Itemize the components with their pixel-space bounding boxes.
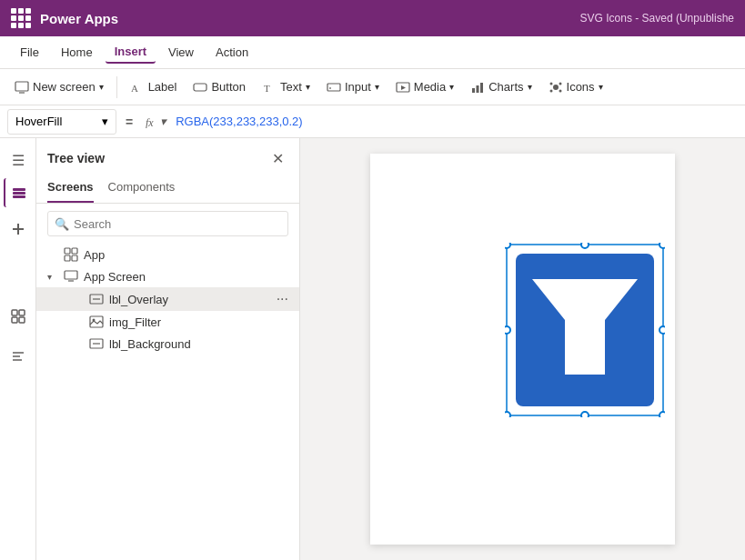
screen-icon [64, 269, 78, 284]
svg-point-48 [505, 326, 510, 334]
icons-caret: ▾ [599, 82, 603, 92]
equals-sign: = [122, 115, 136, 129]
formula-bar: HoverFill ▾ = fx ▾ RGBA(233,233,233,0.2) [0, 105, 745, 138]
filter-svg [505, 243, 665, 417]
svg-rect-19 [13, 192, 25, 195]
search-input[interactable] [47, 211, 288, 236]
svg-rect-3 [194, 84, 206, 91]
button-icon [193, 80, 207, 95]
fx-button[interactable]: fx ▾ [142, 115, 170, 128]
overlay-more[interactable]: ··· [277, 291, 288, 307]
svg-rect-32 [65, 255, 70, 261]
svg-marker-8 [401, 85, 406, 90]
tree-title: Tree view [47, 151, 105, 165]
tree-items: App ▾ App Screen lbl_Overlay ··· [36, 244, 299, 560]
app-label: App [84, 248, 288, 262]
tree-item-img-filter[interactable]: img_Filter [36, 311, 299, 333]
tree-tabs: Screens Components [36, 176, 299, 204]
tree-panel: Tree view ✕ Screens Components 🔍 App [36, 138, 300, 560]
filter-label: img_Filter [109, 315, 288, 329]
svg-point-49 [659, 326, 665, 334]
text-button[interactable]: T Text ▾ [255, 76, 317, 98]
media-caret: ▾ [449, 82, 454, 92]
button-button[interactable]: Button [186, 76, 253, 98]
tree-item-lbl-background[interactable]: lbl_Background [36, 333, 299, 355]
svg-point-45 [505, 243, 510, 248]
svg-rect-23 [12, 310, 17, 315]
input-caret: ▾ [375, 82, 379, 92]
svg-rect-9 [472, 88, 475, 93]
add-icon [10, 221, 26, 237]
sidebar-layers[interactable] [4, 178, 33, 207]
svg-point-52 [659, 412, 665, 417]
fx-icon: fx [146, 115, 158, 128]
icons-button[interactable]: Icons ▾ [541, 76, 610, 98]
sidebar-components[interactable] [4, 302, 33, 331]
menu-insert[interactable]: Insert [106, 41, 156, 64]
tab-components[interactable]: Components [108, 176, 176, 203]
label-button[interactable]: A Label [123, 76, 185, 98]
dropdown-caret: ▾ [102, 115, 108, 128]
menu-file[interactable]: File [11, 42, 48, 63]
svg-point-50 [505, 412, 510, 417]
svg-rect-0 [15, 82, 28, 91]
input-button[interactable]: Input ▾ [319, 76, 387, 98]
svg-point-51 [581, 412, 589, 417]
text-caret: ▾ [306, 82, 310, 92]
tree-item-lbl-overlay[interactable]: lbl_Overlay ··· [36, 287, 299, 311]
svg-point-13 [549, 82, 552, 85]
menu-action[interactable]: Action [206, 42, 257, 63]
label-icon: A [130, 80, 145, 95]
background-label: lbl_Background [109, 337, 288, 351]
svg-text:fx: fx [146, 116, 154, 128]
charts-icon [470, 80, 485, 95]
filter-component[interactable] [505, 243, 665, 420]
formula-value[interactable]: RGBA(233,233,233,0.2) [176, 115, 738, 128]
media-icon [396, 80, 410, 95]
fx-caret: ▾ [160, 115, 166, 128]
svg-rect-20 [13, 195, 25, 198]
new-screen-button[interactable]: New screen ▾ [7, 76, 111, 98]
sidebar-hamburger[interactable]: ☰ [4, 145, 33, 175]
menu-view[interactable]: View [159, 42, 203, 63]
tree-item-screen[interactable]: ▾ App Screen [36, 265, 299, 287]
menu-bar: File Home Insert View Action [0, 36, 745, 69]
save-status: SVG Icons - Saved (Unpublishe [580, 12, 734, 25]
canvas-area[interactable] [300, 138, 745, 560]
tab-screens[interactable]: Screens [47, 176, 94, 203]
variables-icon [10, 348, 26, 365]
svg-rect-34 [65, 271, 77, 279]
new-screen-caret: ▾ [99, 82, 104, 92]
app-icon [64, 247, 78, 262]
svg-rect-11 [480, 83, 483, 93]
tree-close-button[interactable]: ✕ [267, 147, 288, 169]
screen-chevron: ▾ [47, 272, 58, 282]
search-icon: 🔍 [55, 217, 69, 231]
sidebar-add[interactable] [4, 215, 33, 244]
svg-rect-33 [72, 255, 77, 261]
svg-point-15 [549, 89, 552, 92]
tree-search-container: 🔍 [47, 211, 288, 236]
property-dropdown[interactable]: HoverFill ▾ [7, 109, 116, 135]
new-screen-icon [15, 80, 29, 95]
toolbar: New screen ▾ A Label Button T Text ▾ Inp… [0, 69, 745, 105]
charts-caret: ▾ [528, 82, 532, 92]
media-button[interactable]: Media ▾ [388, 76, 461, 98]
svg-rect-18 [13, 188, 25, 191]
app-grid-icon[interactable] [11, 8, 31, 28]
svg-rect-10 [477, 85, 479, 93]
tree-header: Tree view ✕ [36, 138, 299, 176]
app-title: Power Apps [40, 11, 118, 26]
sidebar-variables[interactable] [4, 342, 33, 371]
svg-point-46 [581, 243, 589, 248]
charts-button[interactable]: Charts ▾ [463, 76, 539, 98]
background-label-icon [89, 336, 104, 351]
svg-point-16 [559, 89, 561, 92]
components-icon [10, 308, 26, 325]
svg-point-14 [559, 82, 561, 85]
svg-text:A: A [131, 83, 138, 94]
input-icon [327, 80, 341, 95]
tree-item-app[interactable]: App [36, 244, 299, 265]
menu-home[interactable]: Home [52, 42, 102, 63]
left-sidebar: ☰ [0, 138, 36, 560]
